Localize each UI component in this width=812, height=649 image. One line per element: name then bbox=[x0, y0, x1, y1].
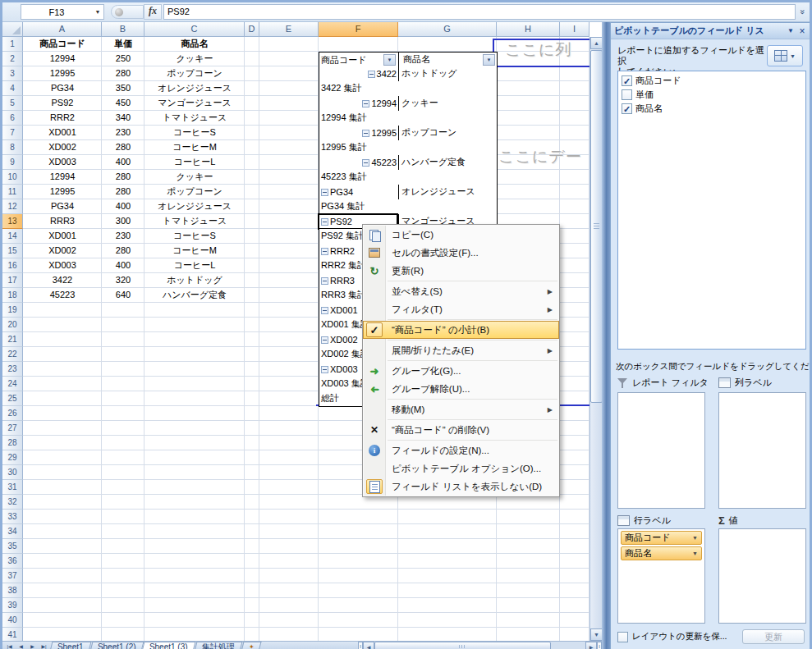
pivot-item-cell[interactable]: 12994 bbox=[319, 96, 399, 111]
column-header-G[interactable]: G bbox=[398, 22, 497, 37]
cell-B11[interactable]: 280 bbox=[102, 185, 145, 199]
row-header-4[interactable]: 4 bbox=[2, 81, 23, 96]
menu-item-field-settings[interactable]: iフィールドの設定(N)... bbox=[363, 441, 559, 459]
cell-A6[interactable]: RRR2 bbox=[23, 111, 102, 126]
collapse-button-icon[interactable] bbox=[362, 159, 369, 167]
cell-C13[interactable]: トマトジュース bbox=[145, 214, 245, 229]
cell-C4[interactable]: オレンジジュース bbox=[145, 81, 245, 96]
row-header-33[interactable]: 33 bbox=[2, 510, 23, 524]
cell-B10[interactable]: 280 bbox=[102, 170, 145, 185]
pivot-name-cell[interactable]: ホットドッグ bbox=[399, 66, 497, 81]
cell-A3[interactable]: 12995 bbox=[23, 66, 102, 81]
menu-item-ungroup[interactable]: ➜グループ解除(U)... bbox=[363, 380, 559, 398]
menu-item-hide-field-list[interactable]: フィールド リストを表示しない(D) bbox=[363, 478, 559, 496]
row-header-28[interactable]: 28 bbox=[2, 436, 23, 450]
cell-C16[interactable]: コーヒーL bbox=[145, 258, 245, 273]
pivot-subtotal-cell[interactable]: 12994 集計 bbox=[319, 111, 497, 126]
pivot-name-cell[interactable]: ハンバーグ定食 bbox=[399, 155, 497, 170]
cell-A16[interactable]: XD003 bbox=[23, 258, 102, 273]
cell-A11[interactable]: 12995 bbox=[23, 185, 102, 199]
cell-B7[interactable]: 230 bbox=[102, 126, 145, 140]
cell-C11[interactable]: ポップコーン bbox=[145, 185, 245, 199]
pivot-header-code[interactable]: 商品コード▼ bbox=[319, 53, 399, 67]
field-pill[interactable]: 商品名▼ bbox=[621, 546, 702, 560]
row-header-10[interactable]: 10 bbox=[2, 170, 23, 185]
menu-item-expand-collapse[interactable]: 展開/折りたたみ(E)▶ bbox=[363, 341, 559, 359]
column-header-E[interactable]: E bbox=[259, 22, 319, 37]
cell-C14[interactable]: コーヒーS bbox=[145, 229, 245, 244]
collapse-button-icon[interactable] bbox=[368, 71, 375, 78]
values-zone[interactable] bbox=[718, 528, 806, 624]
pane-split-handle[interactable]: I bbox=[597, 642, 602, 649]
column-header-F[interactable]: F bbox=[319, 22, 398, 37]
report-filter-zone[interactable] bbox=[617, 392, 705, 509]
cell-C9[interactable]: コーヒーL bbox=[145, 155, 245, 170]
cell-C7[interactable]: コーヒーS bbox=[145, 126, 245, 140]
pill-dropdown-icon[interactable]: ▼ bbox=[692, 535, 698, 541]
pill-dropdown-icon[interactable]: ▼ bbox=[692, 551, 698, 556]
pivot-item-cell[interactable]: 12995 bbox=[319, 126, 399, 140]
collapse-button-icon[interactable] bbox=[321, 336, 328, 344]
formula-input[interactable]: PS92 bbox=[163, 4, 796, 20]
formula-bar-expand-icon[interactable]: » bbox=[796, 6, 808, 18]
row-header-7[interactable]: 7 bbox=[2, 126, 23, 140]
column-header-I[interactable]: I bbox=[560, 22, 590, 37]
row-header-25[interactable]: 25 bbox=[2, 391, 23, 406]
row-header-22[interactable]: 22 bbox=[2, 347, 23, 362]
cell-B2[interactable]: 250 bbox=[102, 52, 145, 66]
menu-item-refresh[interactable]: ↻更新(R) bbox=[363, 262, 559, 280]
row-header-18[interactable]: 18 bbox=[2, 288, 23, 303]
tab-scroll-next-icon[interactable]: ▶ bbox=[27, 642, 38, 649]
cell-C17[interactable]: ホットドッグ bbox=[145, 273, 245, 288]
cell-B17[interactable]: 320 bbox=[102, 273, 145, 288]
sheet-tab-sheet13[interactable]: Sheet1 (3) bbox=[142, 642, 196, 649]
pivot-subtotal-cell[interactable]: 45223 集計 bbox=[319, 170, 497, 185]
collapse-button-icon[interactable] bbox=[362, 100, 369, 107]
cell-C2[interactable]: クッキー bbox=[145, 52, 245, 66]
row-header-40[interactable]: 40 bbox=[2, 613, 23, 628]
cell-A8[interactable]: XD002 bbox=[23, 140, 102, 155]
update-button[interactable]: 更新 bbox=[742, 629, 805, 644]
row-header-6[interactable]: 6 bbox=[2, 111, 23, 126]
row-header-21[interactable]: 21 bbox=[2, 332, 23, 347]
row-header-1[interactable]: 1 bbox=[2, 37, 23, 52]
menu-item-filter[interactable]: フィルタ(T)▶ bbox=[363, 300, 559, 318]
row-header-11[interactable]: 11 bbox=[2, 185, 23, 199]
row-header-19[interactable]: 19 bbox=[2, 303, 23, 318]
name-box-dropdown-icon[interactable]: ▼ bbox=[92, 9, 103, 15]
cell-B4[interactable]: 350 bbox=[102, 81, 145, 96]
pivot-name-cell[interactable]: ポップコーン bbox=[399, 126, 497, 140]
collapse-button-icon[interactable] bbox=[321, 277, 328, 285]
row-header-3[interactable]: 3 bbox=[2, 66, 23, 81]
menu-item-format-cells[interactable]: セルの書式設定(F)... bbox=[363, 244, 559, 262]
row-header-12[interactable]: 12 bbox=[2, 199, 23, 214]
filter-dropdown-icon[interactable]: ▼ bbox=[483, 54, 495, 66]
pivot-subtotal-cell[interactable]: 3422 集計 bbox=[319, 81, 497, 96]
cell-A5[interactable]: PS92 bbox=[23, 96, 102, 111]
row-header-23[interactable]: 23 bbox=[2, 362, 23, 377]
tab-scroll-first-icon[interactable]: |◀ bbox=[4, 642, 15, 649]
row-header-2[interactable]: 2 bbox=[2, 52, 23, 66]
cell-B3[interactable]: 280 bbox=[102, 66, 145, 81]
cell-C3[interactable]: ポップコーン bbox=[145, 66, 245, 81]
row-header-20[interactable]: 20 bbox=[2, 318, 23, 332]
select-all-corner[interactable] bbox=[2, 22, 23, 37]
pivot-header-name[interactable]: 商品名▼ bbox=[399, 53, 497, 67]
insert-worksheet-button[interactable]: ✦ bbox=[241, 642, 262, 649]
row-header-8[interactable]: 8 bbox=[2, 140, 23, 155]
row-header-38[interactable]: 38 bbox=[2, 583, 23, 598]
menu-item-sort[interactable]: 並べ替え(S)▶ bbox=[363, 282, 559, 300]
cell-A2[interactable]: 12994 bbox=[23, 52, 102, 66]
cell-A1[interactable]: 商品コード bbox=[23, 37, 102, 52]
row-header-37[interactable]: 37 bbox=[2, 569, 23, 583]
cell-B16[interactable]: 400 bbox=[102, 258, 145, 273]
pane-menu-icon[interactable]: ▼ bbox=[785, 27, 796, 34]
cell-A10[interactable]: 12994 bbox=[23, 170, 102, 185]
column-header-H[interactable]: H bbox=[497, 22, 560, 37]
scroll-left-icon[interactable]: ◀ bbox=[363, 642, 374, 649]
row-header-26[interactable]: 26 bbox=[2, 406, 23, 421]
cell-A9[interactable]: XD003 bbox=[23, 155, 102, 170]
pivot-name-cell[interactable]: クッキー bbox=[399, 96, 497, 111]
collapse-button-icon[interactable] bbox=[321, 307, 328, 314]
cell-B14[interactable]: 230 bbox=[102, 229, 145, 244]
